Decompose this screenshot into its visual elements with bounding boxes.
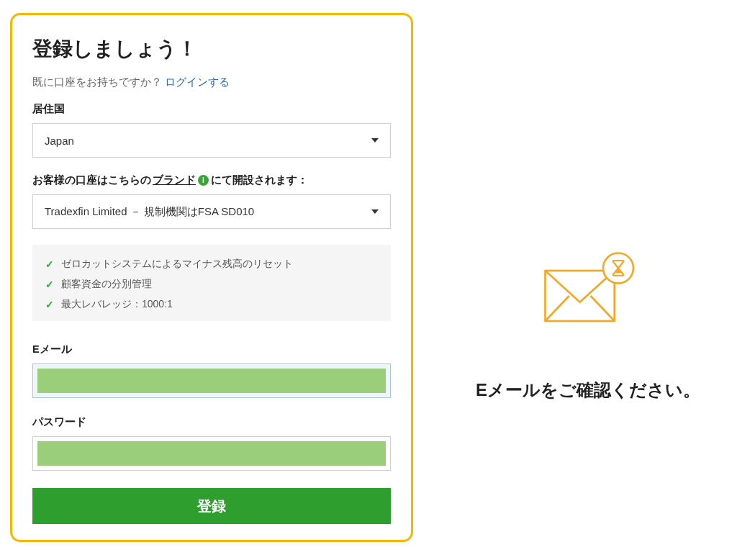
brand-label-part1: お客様の口座はこちらの	[32, 173, 151, 187]
info-icon[interactable]: i	[198, 175, 209, 186]
chevron-down-icon	[371, 209, 379, 214]
email-field-wrap	[32, 363, 391, 398]
brand-select[interactable]: Tradexfin Limited － 規制機関はFSA SD010	[32, 194, 391, 229]
features-box: ✓ ゼロカットシステムによるマイナス残高のリセット ✓ 顧客資金の分別管理 ✓ …	[32, 245, 391, 321]
brand-label-underline: ブランド	[153, 173, 196, 187]
svg-rect-0	[546, 271, 615, 321]
check-icon: ✓	[45, 279, 54, 290]
check-email-heading: Eメールをご確認ください。	[476, 379, 700, 402]
registration-form: 登録しましょう！ 既に口座をお持ちですか？ ログインする 居住国 Japan お…	[10, 13, 413, 542]
login-prompt: 既に口座をお持ちですか？ ログインする	[32, 76, 391, 89]
password-field-wrap	[32, 436, 391, 471]
country-label: 居住国	[32, 102, 391, 116]
already-have-text: 既に口座をお持ちですか？	[32, 76, 162, 88]
feature-item: ✓ 最大レバレッジ：1000:1	[45, 298, 378, 311]
check-icon: ✓	[45, 299, 54, 310]
country-value: Japan	[45, 135, 74, 147]
brand-value: Tradexfin Limited － 規制機関はFSA SD010	[45, 205, 254, 219]
brand-label: お客様の口座はこちらの ブランド i にて開設されます：	[32, 173, 391, 187]
email-label: Eメール	[32, 343, 391, 356]
password-field[interactable]	[37, 441, 386, 466]
register-button[interactable]: 登録	[32, 488, 391, 524]
country-select[interactable]: Japan	[32, 123, 391, 158]
feature-text: 最大レバレッジ：1000:1	[61, 298, 173, 311]
confirmation-panel: Eメールをご確認ください。	[449, 154, 727, 402]
brand-label-part2: にて開設されます：	[211, 173, 308, 187]
svg-line-2	[591, 296, 615, 321]
chevron-down-icon	[371, 138, 379, 143]
svg-line-1	[546, 296, 569, 321]
password-label: パスワード	[32, 415, 391, 429]
email-field[interactable]	[37, 369, 386, 393]
feature-item: ✓ 顧客資金の分別管理	[45, 278, 378, 291]
feature-item: ✓ ゼロカットシステムによるマイナス残高のリセット	[45, 258, 378, 271]
check-icon: ✓	[45, 258, 54, 270]
page-title: 登録しましょう！	[32, 35, 391, 63]
feature-text: 顧客資金の分別管理	[61, 278, 152, 291]
login-link[interactable]: ログインする	[165, 76, 230, 88]
feature-text: ゼロカットシステムによるマイナス残高のリセット	[61, 258, 293, 271]
mail-hourglass-icon	[538, 240, 638, 344]
